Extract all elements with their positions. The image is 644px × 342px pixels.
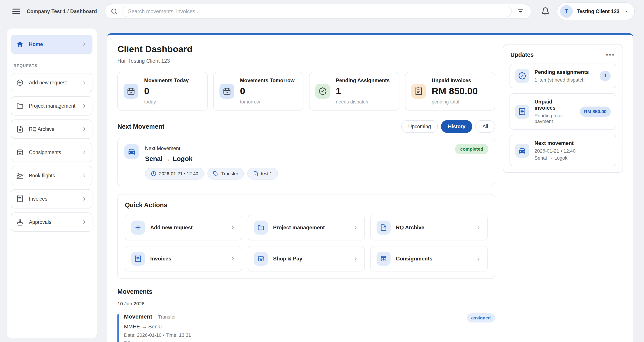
next-movement-section-head: Next Movement Upcoming History All — [118, 120, 495, 133]
datetime-chip: 2026-01-21 • 12:40 — [145, 168, 204, 180]
badge-check-icon — [515, 69, 529, 83]
next-movement-chips: 2026-01-21 • 12:40 Transfer test 1 — [145, 168, 278, 180]
sidebar: Home REQUESTS Add new request Project ma… — [6, 29, 97, 338]
hamburger-menu-button[interactable] — [11, 6, 22, 17]
update-item-title: Unpaid invoices — [534, 99, 574, 111]
update-item-title: Next movement — [534, 140, 576, 146]
store-icon — [254, 252, 268, 266]
search-bar[interactable] — [105, 4, 531, 19]
stat-value: 0 — [240, 86, 294, 97]
quick-action-label: RQ Archive — [396, 224, 470, 231]
sidebar-section-requests: REQUESTS — [14, 64, 92, 68]
chip-label: 2026-01-21 • 12:40 — [159, 171, 198, 176]
sidebar-item-invoices[interactable]: Invoices — [11, 189, 92, 208]
movement-rq: RQ: test 1 — [124, 340, 191, 342]
receipt-icon — [411, 84, 426, 99]
movement-item-body: Movement · Transfer MMHE → Senai Date: 2… — [124, 313, 191, 342]
update-item-title: Pending assignments — [534, 69, 589, 75]
quick-action-label: Project management — [273, 224, 348, 231]
receipt-icon — [131, 252, 145, 266]
update-item-pending-assignments[interactable]: Pending assignments 1 item(s) need dispa… — [510, 64, 616, 88]
stat-caption: today — [144, 99, 188, 105]
quick-actions-card: Quick Actions Add new request Project ma… — [118, 194, 495, 279]
movement-list-item[interactable]: Movement · Transfer MMHE → Senai Date: 2… — [118, 313, 495, 342]
stat-cards: Movements Today 0 today Movements Tomorr… — [118, 72, 495, 111]
more-options-icon[interactable]: ••• — [606, 52, 615, 58]
user-name: Testing Client 123 — [577, 9, 620, 15]
document-icon — [376, 221, 390, 235]
sidebar-item-label: Book flights — [29, 173, 76, 179]
sidebar-item-label: Home — [29, 42, 76, 47]
next-movement-card[interactable]: Next Movement Senai → Logok 2026-01-21 •… — [118, 138, 495, 186]
sidebar-item-consignments[interactable]: Consignments — [11, 143, 92, 162]
stat-label: Unpaid Invoices — [432, 78, 478, 84]
sidebar-item-add-new-request[interactable]: Add new request — [11, 73, 92, 92]
updates-panel: Updates ••• Pending assignments 1 item(s… — [503, 44, 623, 173]
chevron-right-icon — [82, 80, 87, 86]
quick-action-shop-and-pay[interactable]: Shop & Pay — [248, 246, 365, 271]
page-title: Client Dashboard — [118, 44, 495, 54]
movements-title: Movements — [118, 288, 495, 295]
next-movement-label: Next Movement — [145, 146, 278, 152]
greeting: Hai, Testing Client 123 — [118, 58, 495, 64]
stat-value: RM 850.00 — [432, 86, 478, 97]
tab-upcoming[interactable]: Upcoming — [401, 120, 438, 133]
document-icon — [16, 125, 24, 133]
sidebar-item-rq-archive[interactable]: RQ Archive — [11, 120, 92, 139]
plane-takeoff-icon — [16, 172, 24, 179]
plus-circle-icon — [16, 79, 24, 86]
next-movement-route: Senai → Logok — [145, 155, 278, 162]
chip-label: Transfer — [221, 171, 238, 176]
bell-icon — [541, 7, 550, 16]
topbar: Company Test 1 / Dashboard T Testing Cli… — [0, 0, 644, 23]
sidebar-item-book-flights[interactable]: Book flights — [11, 166, 92, 185]
status-badge-completed: completed — [455, 144, 488, 154]
tab-history[interactable]: History — [441, 120, 472, 133]
stat-card-pending-assignments: Pending Assignments 1 needs dispatch — [309, 72, 399, 111]
chevron-right-icon — [475, 224, 482, 231]
search-icon — [110, 8, 118, 15]
tab-all[interactable]: All — [475, 120, 495, 133]
archive-box-icon — [16, 149, 24, 156]
stat-card-text: Pending Assignments 1 needs dispatch — [336, 78, 390, 105]
stat-card-movements-tomorrow: Movements Tomorrow 0 tomorrow — [213, 72, 304, 111]
filter-icon — [517, 8, 524, 15]
quick-action-project-management[interactable]: Project management — [248, 215, 365, 240]
movement-route: MMHE → Senai — [124, 323, 191, 330]
hamburger-icon — [12, 7, 21, 16]
notifications-button[interactable] — [541, 7, 550, 16]
search-input[interactable] — [122, 6, 512, 17]
chevron-right-icon — [82, 219, 87, 225]
quick-action-invoices[interactable]: Invoices — [125, 246, 242, 271]
stat-value: 0 — [144, 86, 188, 97]
stat-card-text: Movements Today 0 today — [144, 78, 188, 105]
chevron-right-icon — [82, 42, 87, 47]
user-menu[interactable]: T Testing Client 123 — [557, 3, 635, 20]
sidebar-item-project-management[interactable]: Project management — [11, 96, 92, 116]
sidebar-item-home[interactable]: Home — [11, 35, 92, 54]
quick-action-label: Invoices — [150, 256, 224, 262]
sidebar-item-approvals[interactable]: Approvals — [11, 212, 92, 232]
update-item-subtitle: 2026-01-21 • 12:40 — [534, 148, 576, 154]
receipt-icon — [16, 195, 24, 203]
update-item-unpaid-invoices[interactable]: Unpaid invoices Pending total payment RM… — [510, 93, 616, 130]
dashboard-content: Client Dashboard Hai, Testing Client 123… — [118, 44, 495, 342]
calendar-event-icon — [220, 84, 234, 99]
chevron-right-icon — [352, 256, 358, 262]
movement-type: · Transfer — [155, 314, 176, 320]
filter-button[interactable] — [512, 5, 529, 19]
quick-action-consignments[interactable]: Consignments — [370, 246, 488, 271]
chevron-right-icon — [82, 196, 87, 202]
sidebar-item-label: Project management — [29, 103, 76, 109]
clock-icon — [151, 171, 156, 176]
quick-action-add-new-request[interactable]: Add new request — [125, 215, 242, 240]
quick-action-label: Add new request — [150, 224, 224, 231]
folder-icon — [16, 102, 24, 110]
update-item-text: Next movement 2026-01-21 • 12:40 Senai →… — [534, 140, 576, 161]
update-item-text: Pending assignments 1 item(s) need dispa… — [534, 69, 589, 83]
quick-actions-title: Quick Actions — [125, 201, 488, 209]
next-movement-card-body: Next Movement Senai → Logok 2026-01-21 •… — [145, 144, 278, 180]
folder-icon — [254, 221, 268, 235]
update-item-next-movement[interactable]: Next movement 2026-01-21 • 12:40 Senai →… — [510, 135, 616, 166]
quick-action-rq-archive[interactable]: RQ Archive — [370, 215, 488, 240]
